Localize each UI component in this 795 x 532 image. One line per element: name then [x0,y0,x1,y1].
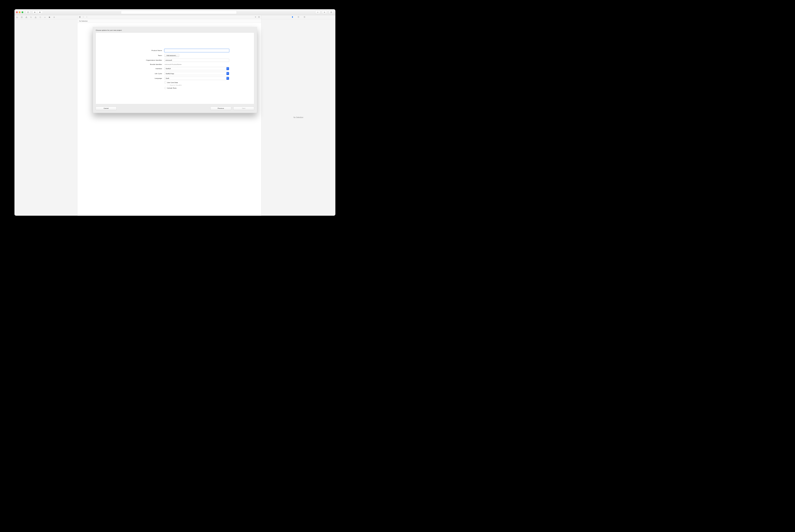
chevron-left-icon [82,16,84,18]
updown-icon: ▲▼ [227,72,229,75]
cancel-label: Cancel [103,108,109,109]
org-identifier-field[interactable]: microsoft [164,59,229,62]
bundle-identifier-label: Bundle Identifier: [121,63,162,65]
inspector-panel: No Selection [261,15,336,216]
host-in-cloudkit-label: Host in CloudKit [170,84,182,86]
project-navigator-tab[interactable] [16,16,18,18]
go-forward-button[interactable] [86,16,88,18]
issue-navigator-tab[interactable] [35,16,37,18]
checkbox-icon [167,84,169,86]
sheet-form-area: Product Name: Team: Add account... Organ… [96,33,254,104]
product-name-field[interactable] [164,49,229,52]
help-icon [303,16,305,18]
file-inspector-tab[interactable] [291,16,294,18]
report-navigator-tab[interactable] [53,16,55,18]
breakpoint-icon [49,16,51,18]
checkbox-icon [164,81,166,83]
sidebar-right-icon [330,11,332,13]
svg-line-17 [45,17,45,18]
breakpoint-navigator-tab[interactable] [49,16,51,18]
language-popup[interactable]: Swift ▲▼ [164,77,229,80]
stop-button[interactable] [37,11,42,14]
svg-rect-21 [79,16,80,17]
toggle-inspector-button[interactable] [329,11,334,14]
interface-popup[interactable]: SwiftUI ▲▼ [164,67,229,70]
path-bar: No Selection [78,19,261,23]
next-label: Next [242,108,246,109]
life-cycle-popup[interactable]: SwiftUI App ▲▼ [164,72,229,75]
go-back-button[interactable] [82,16,84,18]
play-icon [34,11,36,13]
new-project-options-sheet: Choose options for your new project: Pro… [93,27,257,113]
history-inspector-tab[interactable] [297,16,299,18]
titlebar [15,9,336,15]
svg-rect-11 [26,18,26,18]
list-icon [53,16,55,18]
warning-icon [35,16,37,18]
interface-value: SwiftUI [165,68,227,70]
updown-icon: ▲▼ [227,77,229,80]
square-x-icon [21,16,23,18]
add-account-button[interactable]: Add account... [164,54,179,57]
run-stop-group [32,11,43,14]
svg-rect-22 [80,16,80,17]
language-label: Language: [121,77,162,79]
host-in-cloudkit-checkbox: Host in CloudKit [167,84,229,86]
lines-icon [254,16,256,18]
svg-rect-12 [26,18,27,18]
close-window-button[interactable] [16,11,18,13]
zoom-window-button[interactable] [22,11,23,13]
previous-button[interactable]: Previous [210,107,231,110]
previous-label: Previous [218,108,224,109]
related-items-button[interactable] [79,16,81,18]
sheet-title: Choose options for your new project: [93,27,257,33]
org-identifier-value: microsoft [165,59,172,61]
arrows-left-right-icon [324,11,325,13]
source-control-navigator-tab[interactable] [21,16,23,18]
minimize-window-button[interactable] [19,11,20,13]
cancel-button[interactable]: Cancel [96,107,116,110]
debug-navigator-tab[interactable] [44,16,46,18]
next-button: Next [233,107,254,110]
toggle-navigator-button[interactable] [25,11,31,14]
product-name-label: Product Name: [121,50,162,52]
add-editor-button[interactable] [258,16,260,18]
use-core-data-label: Use Core Data [167,81,178,83]
help-inspector-tab[interactable] [303,16,305,18]
clock-icon [297,16,299,18]
find-navigator-tab[interactable] [30,16,32,18]
jump-bar [78,15,261,19]
add-account-label: Add account... [167,54,177,56]
sidebar-left-icon [27,11,29,13]
sheet-footer: Cancel Previous Next [93,107,257,113]
test-navigator-tab[interactable] [39,16,41,18]
svg-rect-2 [39,12,40,13]
svg-point-13 [31,17,32,18]
updown-icon: ▲▼ [227,67,229,70]
diamond-icon [39,16,41,18]
library-button[interactable] [315,11,320,14]
use-core-data-checkbox[interactable]: Use Core Data [164,81,229,83]
svg-rect-24 [80,17,80,18]
stop-icon [39,11,41,13]
svg-rect-10 [26,17,26,17]
svg-rect-0 [27,12,29,13]
life-cycle-label: Life Cycle: [121,73,162,74]
include-tests-checkbox[interactable]: Include Tests [164,87,229,89]
svg-rect-23 [79,17,80,18]
life-cycle-value: SwiftUI App [165,73,227,74]
inspector-empty-label: No Selection [294,116,303,118]
symbol-navigator-tab[interactable] [25,16,27,18]
doc-icon [291,16,294,18]
xcode-window: No Selection No Selection Choose options… [15,9,336,215]
include-tests-label: Include Tests [167,87,177,89]
split-icon [258,16,260,18]
run-button[interactable] [32,11,37,14]
navigator-tabs [15,15,77,19]
plus-icon [317,11,319,13]
code-review-button[interactable] [322,11,327,14]
navigator-panel [15,15,78,216]
grid-icon [79,16,81,18]
interface-label: Interface: [121,68,162,70]
editor-options-button[interactable] [254,16,256,18]
